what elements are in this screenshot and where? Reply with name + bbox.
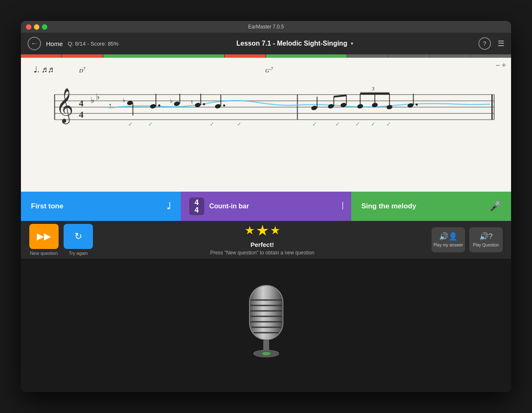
- try-again-label: Try again: [69, 251, 87, 256]
- play-question-icon: 🔊?: [479, 232, 493, 241]
- new-question-wrapper: ▶▶ New question: [29, 224, 59, 256]
- progress-seg-6: [347, 54, 388, 58]
- home-label: Home: [46, 40, 63, 47]
- svg-text:✓: ✓: [210, 121, 214, 127]
- time-sig-top: 4: [195, 199, 199, 206]
- minimize-button[interactable]: [34, 24, 39, 30]
- progress-seg-8: [430, 54, 470, 58]
- progress-seg-5: [266, 54, 347, 58]
- progress-seg-7: [388, 54, 429, 58]
- star-3: ★: [270, 223, 280, 239]
- window-controls: [26, 24, 47, 30]
- svg-text:♭: ♭: [123, 97, 126, 103]
- svg-point-22: [173, 101, 180, 106]
- app-window: EarMaster 7.0.5 ← Home Q: 8/14 - Score: …: [21, 21, 511, 392]
- new-question-button[interactable]: ▶▶: [29, 224, 59, 249]
- count-in-button[interactable]: 4 4 Count-in bar 𝄀: [181, 192, 351, 221]
- feedback-text: Perfect!: [251, 241, 274, 248]
- sheet-music-area: − + ♩. ♬♬ D7 G-7: [21, 58, 511, 192]
- svg-text:4: 4: [79, 98, 84, 108]
- count-in-icon: 𝄀: [342, 201, 343, 212]
- sing-melody-label: Sing the melody: [361, 202, 416, 210]
- svg-point-18: [149, 103, 156, 109]
- microphone-icon: 🎤: [490, 201, 501, 212]
- svg-text:𝄾: 𝄾: [109, 104, 111, 107]
- lesson-dropdown-icon[interactable]: ▾: [351, 41, 353, 46]
- toolbar-right: ? ☰: [471, 37, 504, 50]
- replay-icon: ↻: [75, 231, 82, 242]
- svg-text:✓: ✓: [386, 121, 391, 127]
- toolbar: ← Home Q: 8/14 - Score: 85% Lesson 7.1 -…: [21, 33, 511, 54]
- tempo-mark-2: D7: [79, 66, 85, 74]
- tempo-marks: ♩. ♬♬ D7 G-7: [29, 64, 503, 74]
- svg-text:♮: ♮: [191, 99, 193, 105]
- try-again-wrapper: ↻ Try again: [64, 224, 93, 256]
- progress-seg-9: [471, 54, 511, 58]
- skip-forward-icon: ▶▶: [37, 231, 51, 242]
- progress-seg-1: [21, 54, 61, 58]
- toolbar-center: Lesson 7.1 - Melodic Sight-Singing ▾: [118, 40, 471, 47]
- close-button[interactable]: [26, 24, 31, 30]
- svg-point-20: [158, 105, 160, 107]
- svg-text:♭: ♭: [96, 92, 100, 101]
- feedback-sub: Press "New question" to obtain a new que…: [210, 250, 314, 256]
- microphone-section: [21, 259, 511, 392]
- maximize-button[interactable]: [42, 24, 47, 30]
- star-2: ★: [256, 222, 269, 239]
- lesson-title: Lesson 7.1 - Melodic Sight-Singing: [236, 40, 347, 47]
- first-tone-button[interactable]: First tone ♩: [21, 192, 181, 221]
- svg-rect-60: [249, 285, 283, 340]
- svg-text:✓: ✓: [148, 121, 153, 127]
- svg-point-30: [223, 105, 225, 107]
- help-button[interactable]: ?: [478, 37, 491, 50]
- chord-mark-2: G-7: [265, 66, 273, 74]
- svg-point-28: [214, 103, 221, 109]
- svg-point-33: [327, 103, 334, 109]
- svg-point-31: [311, 105, 317, 110]
- title-bar: EarMaster 7.0.5: [21, 21, 511, 33]
- sheet-content: ♩. ♬♬ D7 G-7 𝄞 4: [21, 58, 511, 141]
- first-tone-label: First tone: [31, 202, 63, 210]
- svg-point-70: [262, 352, 270, 355]
- progress-seg-2: [62, 54, 102, 58]
- count-in-left: 4 4 Count-in bar: [189, 198, 249, 215]
- back-button[interactable]: ←: [28, 37, 41, 50]
- svg-line-38: [334, 95, 347, 97]
- controls-bar: ▶▶ New question ↻ Try again ★ ★ ★ Perfec…: [21, 221, 511, 259]
- svg-text:✓: ✓: [237, 121, 242, 127]
- count-in-label: Count-in bar: [209, 203, 249, 210]
- new-question-label: New question: [30, 251, 58, 256]
- side-control-buttons: 🔊👤 Play my answer 🔊? Play Question: [432, 227, 503, 252]
- play-question-label: Play Question: [473, 243, 499, 247]
- sing-melody-button[interactable]: Sing the melody 🎤: [351, 192, 511, 221]
- svg-text:✓: ✓: [312, 121, 317, 127]
- svg-text:♭: ♭: [170, 98, 173, 104]
- play-my-answer-label: Play my answer: [434, 243, 463, 247]
- first-tone-icon: ♩: [167, 201, 171, 212]
- svg-point-27: [203, 103, 205, 105]
- svg-text:3: 3: [372, 86, 375, 92]
- svg-text:✓: ✓: [335, 121, 340, 127]
- stars-row: ★ ★ ★: [244, 223, 280, 239]
- play-my-answer-button[interactable]: 🔊👤 Play my answer: [432, 227, 465, 252]
- svg-text:4: 4: [79, 109, 84, 120]
- time-signature-badge: 4 4: [189, 198, 204, 215]
- play-my-answer-wrapper: 🔊👤 Play my answer: [432, 227, 465, 252]
- progress-seg-3: [103, 54, 224, 58]
- window-title: EarMaster 7.0.5: [248, 24, 284, 30]
- star-1: ★: [244, 223, 255, 239]
- try-again-button[interactable]: ↻: [64, 224, 93, 249]
- play-question-button[interactable]: 🔊? Play Question: [469, 227, 503, 252]
- svg-text:✓: ✓: [371, 121, 375, 127]
- feedback-center: ★ ★ ★ Perfect! Press "New question" to o…: [98, 223, 427, 256]
- svg-point-48: [407, 103, 414, 108]
- play-answer-icon: 🔊👤: [439, 232, 457, 241]
- menu-button[interactable]: ☰: [498, 39, 504, 48]
- svg-text:𝄞: 𝄞: [56, 88, 74, 124]
- time-sig-bottom: 4: [195, 206, 199, 214]
- staff-svg: 𝄞 4 4 ♭ ♭ 𝄾 ♭: [29, 78, 503, 132]
- play-question-wrapper: 🔊? Play Question: [469, 227, 503, 252]
- score-label: Q: 8/14 - Score: 85%: [68, 41, 118, 47]
- progress-seg-4: [225, 54, 265, 58]
- tempo-mark-1: ♩. ♬♬: [33, 64, 54, 74]
